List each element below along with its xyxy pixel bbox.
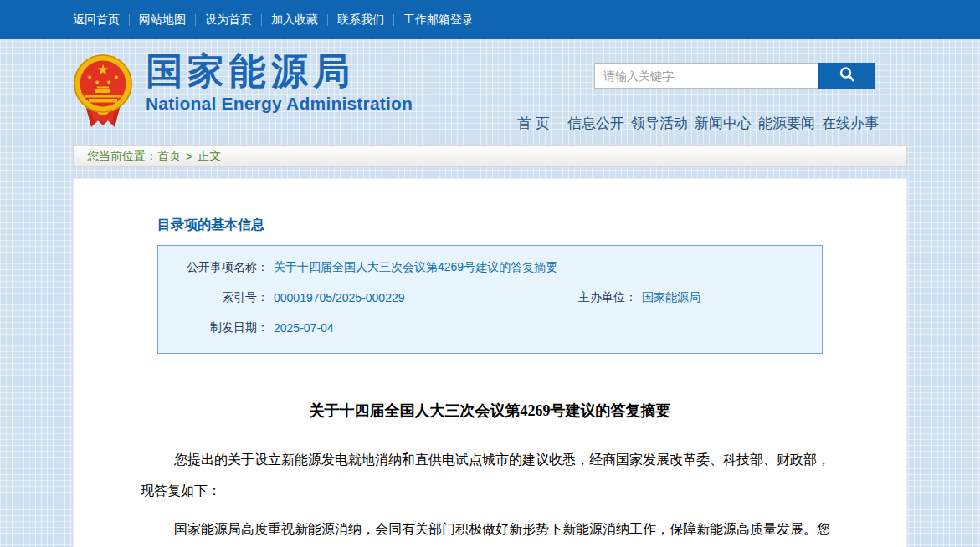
search-button[interactable] (818, 63, 875, 89)
topbar-link-contact-us[interactable]: 联系我们 (337, 13, 384, 28)
info-section-heading: 目录项的基本信息 (157, 217, 823, 234)
search-input[interactable] (594, 63, 818, 89)
issue-date-value: 2025-07-04 (269, 313, 822, 343)
svg-text:★: ★ (113, 74, 119, 81)
table-row: 索引号： 000019705/2025-000229 主办单位： 国家能源局 (158, 283, 822, 313)
main-navigation: 首 页 信息公开 领导活动 新闻中心 能源要闻 在线办事 (517, 114, 879, 133)
site-name-english: National Energy Administration (146, 94, 413, 114)
site-name-chinese: 国家能源局 (146, 50, 413, 93)
national-emblem-icon: ★ ★ ★ ★ ★ (73, 50, 133, 135)
info-table: 公开事项名称： 关于十四届全国人大三次会议第4269号建议的答复摘要 索引号： … (157, 245, 823, 354)
nav-item-news-center[interactable]: 新闻中心 (695, 114, 752, 133)
svg-text:★: ★ (94, 79, 100, 86)
index-number-value: 000019705/2025-000229 (269, 283, 528, 313)
divider (129, 14, 130, 26)
topbar-link-set-homepage[interactable]: 设为首页 (205, 13, 252, 28)
article-title: 关于十四届全国人大三次会议第4269号建议的答复摘要 (141, 401, 839, 421)
item-name-label: 公开事项名称： (158, 253, 269, 283)
site-logo[interactable]: ★ ★ ★ ★ ★ 国家能源局 National Energy Administ… (73, 50, 413, 135)
top-utility-bar: 返回首页 网站地图 设为首页 加入收藏 联系我们 工作邮箱登录 (0, 0, 980, 39)
nav-item-online-services[interactable]: 在线办事 (822, 114, 879, 133)
svg-text:★: ★ (105, 79, 111, 86)
breadcrumb-link-home[interactable]: 首页 (157, 149, 181, 164)
host-org-label: 主办单位： (528, 283, 637, 313)
topbar-link-sitemap[interactable]: 网站地图 (139, 13, 186, 28)
breadcrumb-separator: > (186, 150, 192, 163)
nav-item-energy-highlights[interactable]: 能源要闻 (758, 114, 815, 133)
article: 关于十四届全国人大三次会议第4269号建议的答复摘要 您提出的关于设立新能源发电… (141, 401, 839, 547)
topbar-link-work-mail-login[interactable]: 工作邮箱登录 (403, 13, 474, 28)
table-row: 公开事项名称： 关于十四届全国人大三次会议第4269号建议的答复摘要 (158, 253, 822, 283)
item-name-value: 关于十四届全国人大三次会议第4269号建议的答复摘要 (269, 253, 822, 283)
nav-item-info-disclosure[interactable]: 信息公开 (567, 114, 624, 133)
main-content-panel: 目录项的基本信息 公开事项名称： 关于十四届全国人大三次会议第4269号建议的答… (73, 178, 907, 547)
item-name-link[interactable]: 关于十四届全国人大三次会议第4269号建议的答复摘要 (274, 260, 557, 274)
breadcrumb: 您当前位置： 首页 > 正文 (73, 145, 907, 167)
breadcrumb-current: 正文 (198, 149, 221, 164)
topbar-link-add-favorites[interactable]: 加入收藏 (271, 13, 318, 28)
search-box (594, 63, 875, 89)
svg-text:★: ★ (86, 74, 92, 81)
index-number-label: 索引号： (158, 283, 269, 313)
site-header: ★ ★ ★ ★ ★ 国家能源局 National Energy Administ… (73, 39, 907, 145)
host-org-value: 国家能源局 (637, 283, 822, 313)
divider (327, 14, 328, 26)
nav-item-leader-activities[interactable]: 领导活动 (631, 114, 688, 133)
table-row: 制发日期： 2025-07-04 (158, 313, 822, 343)
nav-item-home[interactable]: 首 页 (517, 114, 550, 133)
issue-date-label: 制发日期： (158, 313, 269, 343)
divider (261, 14, 262, 26)
topbar-link-home[interactable]: 返回首页 (73, 13, 120, 28)
divider (393, 14, 394, 26)
search-icon (838, 65, 856, 86)
svg-text:★: ★ (96, 62, 109, 78)
divider (195, 14, 196, 26)
article-paragraph: 国家能源局高度重视新能源消纳，会同有关部门积极做好新形势下新能源消纳工作，保障新… (141, 514, 839, 547)
article-paragraph: 您提出的关于设立新能源发电就地消纳和直供电试点城市的建议收悉，经商国家发展改革委… (141, 444, 839, 506)
breadcrumb-prefix: 您当前位置： (87, 149, 157, 164)
